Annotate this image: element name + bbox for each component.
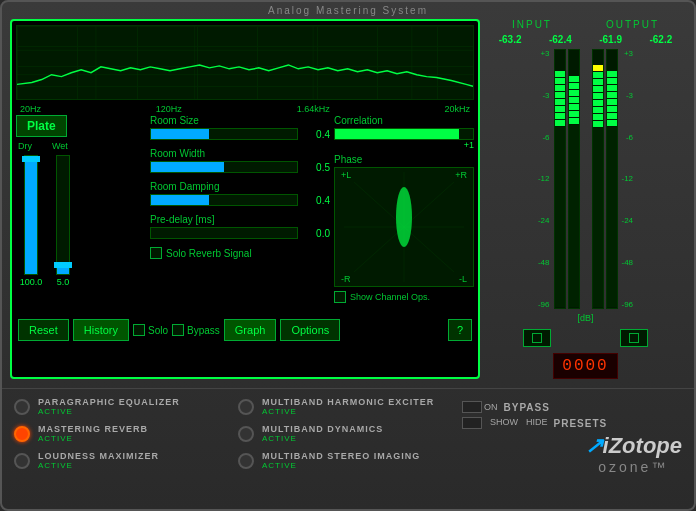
freq-164khz: 1.64kHz — [297, 104, 330, 114]
controls-area: Plate Dry Wet 100.0 — [16, 115, 474, 315]
paragraphic-indicator[interactable] — [14, 399, 30, 415]
graph-button[interactable]: Graph — [224, 319, 277, 341]
modules-section: PARAGRAPHIC EQUALIZER ACTIVE MASTERING R… — [2, 388, 694, 482]
output-meter-btn[interactable] — [620, 329, 648, 347]
show-channel-ops-label: Show Channel Ops. — [350, 292, 430, 302]
reverb-indicator[interactable] — [14, 426, 30, 442]
loudness-indicator[interactable] — [14, 453, 30, 469]
show-hide-controls: SHOW HIDE — [462, 417, 548, 429]
dry-track[interactable] — [24, 155, 38, 275]
input-label: INPUT — [512, 19, 552, 30]
room-damping-slider[interactable] — [150, 194, 298, 206]
loudness-name: LOUDNESS MAXIMIZER — [38, 451, 228, 461]
freq-120hz: 120Hz — [156, 104, 182, 114]
wet-track[interactable] — [56, 155, 70, 275]
wet-slider[interactable]: 5.0 — [48, 155, 78, 287]
input-meter-btn[interactable] — [523, 329, 551, 347]
presets-main-label: PRESETS — [554, 418, 608, 429]
room-damping-label: Room Damping — [150, 181, 330, 192]
left-panel: Plate Dry Wet 100.0 — [16, 115, 146, 315]
dry-label: Dry — [18, 141, 32, 151]
harmonic-info: MULTIBAND HARMONIC EXCITER ACTIVE — [262, 397, 452, 416]
meters-with-scale: +3 -3 -6 -12 -24 -48 -96 — [485, 49, 686, 309]
correlation-label: Correlation — [334, 115, 474, 126]
bypass-section: ON BYPASS — [462, 401, 682, 413]
room-size-row: Room Size 0.4 — [150, 115, 330, 140]
reverb-info: MASTERING REVERB ACTIVE — [38, 424, 228, 443]
output-meter-checkbox[interactable] — [629, 333, 639, 343]
i-arrow-icon: ↗ — [585, 433, 603, 458]
freq-20khz: 20kHz — [444, 104, 470, 114]
modules-right: MULTIBAND HARMONIC EXCITER ACTIVE MULTIB… — [238, 397, 452, 478]
dry-wet-area: 100.0 5.0 — [16, 155, 146, 287]
phase-right: +R — [455, 170, 467, 180]
pre-delay-slider[interactable] — [150, 227, 298, 239]
help-button[interactable]: ? — [448, 319, 472, 341]
room-width-slider[interactable] — [150, 161, 298, 173]
dry-slider[interactable]: 100.0 — [16, 155, 46, 287]
izotope-logo: ↗iZotope ozone™ — [585, 433, 682, 475]
input-meter-checkbox[interactable] — [532, 333, 542, 343]
correlation-fill — [335, 129, 459, 139]
dry-knob[interactable] — [22, 156, 40, 162]
stereo-indicator[interactable] — [238, 453, 254, 469]
wet-fill — [57, 268, 69, 274]
product-ozone: ozone — [598, 459, 651, 475]
output-right-value: -62.2 — [649, 34, 672, 45]
dynamics-info: MULTIBAND DYNAMICS ACTIVE — [262, 424, 452, 443]
bypass-toggle[interactable] — [462, 401, 482, 413]
dynamics-indicator[interactable] — [238, 426, 254, 442]
room-width-slider-container: 0.5 — [150, 161, 330, 173]
reverb-status: ACTIVE — [38, 434, 228, 443]
room-width-value: 0.5 — [302, 162, 330, 173]
paragraphic-info: PARAGRAPHIC EQUALIZER ACTIVE — [38, 397, 228, 416]
middle-panel: Room Size 0.4 Room Width — [150, 115, 330, 315]
title-bar: Analog Mastering System — [2, 2, 694, 19]
product-name: ozone™ — [585, 459, 682, 475]
db-label: [dB] — [485, 313, 686, 323]
digital-numbers: 0000 — [553, 353, 617, 379]
hide-label[interactable]: HIDE — [526, 417, 548, 429]
wet-knob[interactable] — [54, 262, 72, 268]
output-left-bar — [592, 49, 604, 309]
stereo-name: MULTIBAND STEREO IMAGING — [262, 451, 452, 461]
spectrum-area — [16, 25, 474, 100]
main-container: Analog Mastering System 20Hz — [0, 0, 696, 511]
bypass-label: Bypass — [187, 325, 220, 336]
modules-left: PARAGRAPHIC EQUALIZER ACTIVE MASTERING R… — [14, 397, 228, 478]
right-panel: Correlation +1 Phase +L +R — [334, 115, 474, 315]
room-size-slider[interactable] — [150, 128, 298, 140]
options-button[interactable]: Options — [280, 319, 340, 341]
room-size-slider-container: 0.4 — [150, 128, 330, 140]
module-dynamics: MULTIBAND DYNAMICS ACTIVE — [238, 424, 452, 443]
harmonic-indicator[interactable] — [238, 399, 254, 415]
show-channel-ops-checkbox[interactable] — [334, 291, 346, 303]
preset-button[interactable]: Plate — [16, 115, 67, 137]
solo-checkbox[interactable] — [133, 324, 145, 336]
spectrum-freq-labels: 20Hz 120Hz 1.64kHz 20kHz — [16, 103, 474, 115]
output-label: OUTPUT — [606, 19, 659, 30]
meter-buttons — [485, 329, 686, 347]
history-button[interactable]: History — [73, 319, 129, 341]
module-reverb: MASTERING REVERB ACTIVE — [14, 424, 228, 443]
paragraphic-name: PARAGRAPHIC EQUALIZER — [38, 397, 228, 407]
app-title: Analog Mastering System — [268, 5, 428, 16]
db-scale-left: +3 -3 -6 -12 -24 -48 -96 — [538, 49, 550, 309]
trademark: ™ — [651, 459, 668, 475]
bypass-label-wrap: Bypass — [172, 324, 220, 336]
pre-delay-slider-container: 0.0 — [150, 227, 330, 239]
show-label[interactable]: SHOW — [490, 417, 518, 429]
solo-reverb-checkbox[interactable] — [150, 247, 162, 259]
freq-20hz: 20Hz — [20, 104, 41, 114]
room-width-label: Room Width — [150, 148, 330, 159]
bypass-checkbox[interactable] — [172, 324, 184, 336]
room-width-row: Room Width 0.5 — [150, 148, 330, 173]
show-channel-ops-btn[interactable]: Show Channel Ops. — [334, 291, 474, 303]
room-damping-slider-container: 0.4 — [150, 194, 330, 206]
presets-toggle[interactable] — [462, 417, 482, 429]
right-controls: ON BYPASS SHOW HIDE PRESETS ↗iZotope — [462, 397, 682, 478]
bypass-toggle-row: ON — [462, 401, 498, 413]
reset-button[interactable]: Reset — [18, 319, 69, 341]
phase-left: +L — [341, 170, 351, 180]
dynamics-name: MULTIBAND DYNAMICS — [262, 424, 452, 434]
